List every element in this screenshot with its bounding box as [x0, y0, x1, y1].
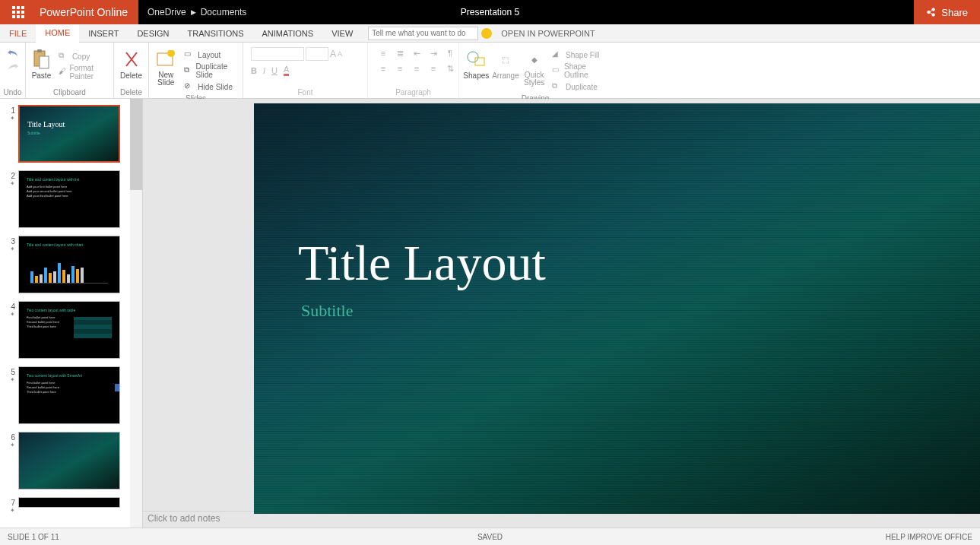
align-left-icon[interactable]: ≡	[377, 64, 389, 76]
font-color-button[interactable]: A	[284, 65, 289, 76]
font-size-combo[interactable]	[306, 47, 328, 61]
animation-star-icon: ✦	[5, 246, 15, 252]
animation-star-icon: ✦	[5, 507, 15, 514]
grow-font-icon[interactable]: A	[330, 49, 336, 59]
tab-design[interactable]: DESIGN	[128, 24, 178, 42]
group-label-paragraph: Paragraph	[371, 88, 455, 98]
thumb-number: 1	[11, 106, 15, 115]
slide-canvas-area[interactable]: Title Layout Subtitle	[143, 99, 980, 511]
app-launcher-button[interactable]	[0, 0, 36, 24]
thumbnail-slide-3[interactable]: Title and content layout with chart	[18, 236, 120, 293]
line-spacing-icon[interactable]: ⇅	[444, 64, 456, 76]
bullets-icon[interactable]: ≡	[377, 49, 389, 61]
group-label-font: Font	[246, 88, 364, 98]
slide[interactable]: Title Layout Subtitle	[254, 103, 980, 514]
svg-rect-15	[475, 58, 484, 65]
thumb-number: 3	[11, 237, 15, 246]
underline-button[interactable]: U	[271, 66, 278, 75]
breadcrumb: OneDrive ▶ Documents	[138, 7, 246, 17]
italic-button[interactable]: I	[263, 66, 265, 75]
tab-insert[interactable]: INSERT	[79, 24, 128, 42]
thumbnail-slide-5[interactable]: Two content layout with SmartArt First b…	[18, 366, 120, 424]
tab-view[interactable]: VIEW	[322, 24, 362, 42]
open-in-powerpoint-button[interactable]: OPEN IN POWERPOINT	[492, 24, 604, 42]
share-icon	[926, 7, 937, 17]
svg-rect-1	[17, 6, 20, 9]
thumbnail-slide-2[interactable]: Title and content layout with list Add y…	[18, 170, 120, 228]
layout-icon: ▭	[184, 49, 195, 60]
quick-styles-icon: ◆	[524, 49, 545, 70]
duplicate-slide-button[interactable]: ⧉Duplicate Slide	[181, 63, 239, 78]
thumbnail-slide-6[interactable]	[18, 432, 120, 490]
new-slide-icon	[156, 50, 176, 68]
thumbnail-row: 6✦	[5, 432, 138, 490]
hide-slide-icon: ⊘	[184, 81, 195, 92]
share-button[interactable]: Share	[914, 0, 980, 24]
thumb-number: 2	[11, 172, 15, 180]
document-title[interactable]: Presentation 5	[461, 7, 519, 17]
slide-thumbnail-panel[interactable]: 1✦ Title Layout Subtitle 2✦ Title and co…	[0, 99, 143, 528]
scrollbar-handle[interactable]	[130, 99, 142, 190]
quick-styles-button[interactable]: ◆ Quick Styles	[521, 46, 547, 87]
animation-star-icon: ✦	[5, 442, 15, 448]
thumb-chart-icon	[30, 255, 108, 284]
group-delete: Delete Delete	[114, 43, 149, 98]
align-right-icon[interactable]: ≡	[411, 64, 423, 76]
justify-icon[interactable]: ≡	[427, 64, 439, 76]
svg-rect-2	[21, 6, 24, 9]
increase-indent-icon[interactable]: ⇥	[427, 49, 439, 61]
thumbnail-slide-1[interactable]: Title Layout Subtitle	[18, 105, 120, 163]
hide-slide-button[interactable]: ⊘Hide Slide	[181, 79, 239, 94]
align-center-icon[interactable]: ≡	[394, 64, 406, 76]
thumbnail-row: 2✦ Title and content layout with list Ad…	[5, 170, 138, 228]
font-family-combo[interactable]	[251, 47, 304, 61]
thumbnail-slide-4[interactable]: Two content layout with table First bull…	[18, 301, 120, 359]
copy-button[interactable]: ⧉Copy	[56, 49, 110, 64]
bold-button[interactable]: B	[251, 66, 257, 75]
tell-me-input[interactable]	[368, 27, 478, 40]
shrink-font-icon[interactable]: A	[338, 50, 342, 58]
breadcrumb-root[interactable]: OneDrive	[147, 7, 186, 17]
tell-me-search	[368, 24, 492, 42]
animation-star-icon: ✦	[5, 115, 15, 122]
status-help-improve[interactable]: HELP IMPROVE OFFICE	[886, 533, 972, 541]
redo-icon[interactable]	[7, 62, 19, 71]
tab-home[interactable]: HOME	[36, 24, 79, 43]
thumbnail-row: 1✦ Title Layout Subtitle	[5, 105, 138, 163]
status-bar: SLIDE 1 OF 11 SAVED HELP IMPROVE OFFICE	[0, 528, 980, 545]
group-undo: Undo	[0, 43, 26, 98]
paste-button[interactable]: Paste	[29, 46, 54, 80]
thumb-number: 4	[11, 303, 15, 311]
new-slide-button[interactable]: New Slide	[152, 46, 179, 87]
shape-outline-button[interactable]: ▭Shape Outline	[549, 63, 608, 78]
arrange-icon: ⬚	[495, 49, 516, 70]
text-direction-icon[interactable]: ¶	[444, 49, 456, 61]
numbering-icon[interactable]: ≣	[394, 49, 406, 61]
shape-fill-icon: ◢	[552, 49, 563, 60]
decrease-indent-icon[interactable]: ⇤	[411, 49, 423, 61]
shapes-button[interactable]: Shapes	[462, 46, 490, 80]
thumbnail-scrollbar[interactable]	[130, 99, 142, 528]
animation-star-icon: ✦	[5, 376, 15, 383]
svg-rect-11	[40, 56, 49, 68]
tab-animations[interactable]: ANIMATIONS	[253, 24, 323, 42]
breadcrumb-folder[interactable]: Documents	[201, 7, 247, 17]
layout-button[interactable]: ▭Layout	[181, 47, 239, 62]
group-font: A A B I U A Font	[243, 43, 368, 98]
format-painter-button[interactable]: 🖌Format Painter	[56, 65, 110, 80]
duplicate-slide-icon: ⧉	[184, 65, 192, 76]
slide-subtitle-placeholder[interactable]: Subtitle	[301, 301, 353, 321]
tab-file[interactable]: FILE	[0, 24, 36, 42]
lightbulb-icon	[481, 28, 492, 39]
thumbnail-slide-7[interactable]	[18, 497, 120, 508]
waffle-icon	[12, 6, 24, 18]
undo-icon[interactable]	[7, 49, 19, 58]
tab-transitions[interactable]: TRANSITIONS	[179, 24, 253, 42]
shape-fill-button[interactable]: ◢Shape Fill	[549, 47, 608, 62]
delete-button[interactable]: Delete	[117, 46, 145, 80]
arrange-button[interactable]: ⬚ Arrange	[492, 46, 520, 80]
group-clipboard: Paste ⧉Copy 🖌Format Painter Clipboard	[26, 43, 114, 98]
workspace: 1✦ Title Layout Subtitle 2✦ Title and co…	[0, 99, 980, 528]
duplicate-button[interactable]: ⧉Duplicate	[549, 79, 608, 94]
slide-title-placeholder[interactable]: Title Layout	[298, 234, 546, 292]
